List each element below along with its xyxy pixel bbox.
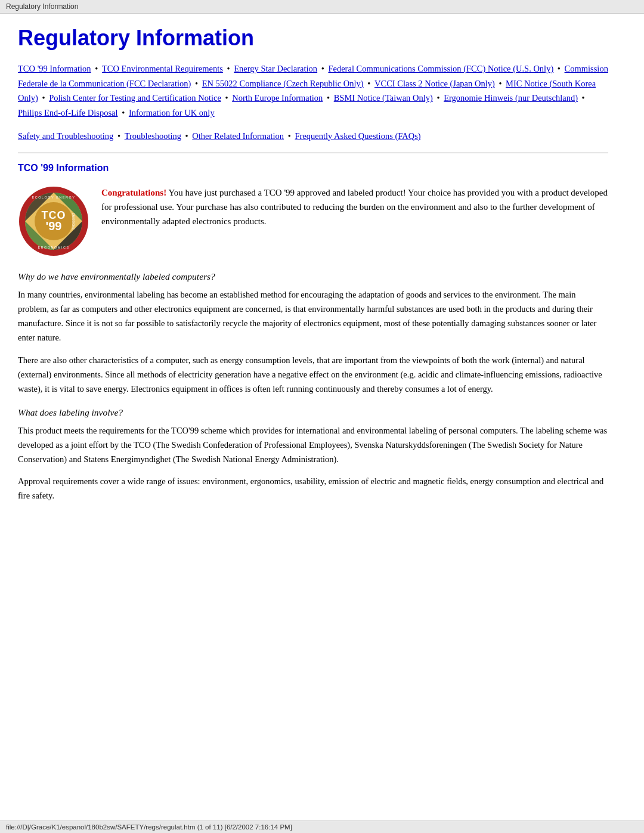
nav-link-vcci[interactable]: VCCI Class 2 Notice (Japan Only) bbox=[374, 79, 495, 88]
svg-text:ERGONOMICS: ERGONOMICS bbox=[38, 246, 69, 249]
nav-links-secondary: Safety and Troubleshooting • Troubleshoo… bbox=[18, 129, 608, 144]
main-content: Regulatory Information TCO '99 Informati… bbox=[0, 14, 626, 535]
congrats-text: You have just purchased a TCO '99 approv… bbox=[101, 188, 608, 226]
svg-text:'99: '99 bbox=[45, 219, 61, 233]
nav-link-faqs[interactable]: Frequently Asked Questions (FAQs) bbox=[295, 131, 420, 141]
browser-tab-bar: Regulatory Information bbox=[0, 0, 644, 14]
tco-intro-text: Congratulations! You have just purchased… bbox=[101, 185, 608, 228]
nav-link-en55022[interactable]: EN 55022 Compliance (Czech Republic Only… bbox=[202, 79, 364, 88]
nav-link-energy-star[interactable]: Energy Star Declaration bbox=[234, 64, 317, 73]
nav-link-troubleshooting[interactable]: Troubleshooting bbox=[125, 131, 181, 141]
congrats-label: Congratulations! bbox=[101, 188, 166, 197]
nav-link-tco-env[interactable]: TCO Environmental Requirements bbox=[102, 64, 223, 73]
nav-link-safety[interactable]: Safety and Troubleshooting bbox=[18, 131, 113, 141]
italic-heading-1: Why do we have environmentally labeled c… bbox=[18, 271, 608, 282]
tco-intro-block: TCO '99 ECOLOGY ENERGY ERGONOMICS EMISSI… bbox=[18, 185, 608, 257]
tco-section-title: TCO '99 Information bbox=[18, 163, 608, 174]
svg-text:ECOLOGY ENERGY: ECOLOGY ENERGY bbox=[32, 196, 76, 199]
nav-link-fcc[interactable]: Federal Communications Commission (FCC) … bbox=[328, 64, 553, 73]
nav-links-primary: TCO '99 Information • TCO Environmental … bbox=[18, 61, 608, 120]
nav-link-tco99[interactable]: TCO '99 Information bbox=[18, 64, 91, 73]
page-title: Regulatory Information bbox=[18, 26, 608, 51]
section-divider bbox=[18, 153, 608, 153]
body-para-2: There are also other characteristics of … bbox=[18, 354, 608, 397]
nav-link-ergonomie[interactable]: Ergonomie Hinweis (nur Deutschland) bbox=[444, 93, 578, 103]
body-para-3: This product meets the requirements for … bbox=[18, 424, 608, 467]
nav-link-polish[interactable]: Polish Center for Testing and Certificat… bbox=[49, 93, 221, 103]
tab-title: Regulatory Information bbox=[6, 2, 78, 11]
tco-logo: TCO '99 ECOLOGY ENERGY ERGONOMICS EMISSI… bbox=[18, 185, 89, 257]
body-para-4: Approval requirements cover a wide range… bbox=[18, 475, 608, 503]
nav-link-other-related[interactable]: Other Related Information bbox=[192, 131, 284, 141]
nav-link-philips[interactable]: Philips End-of-Life Disposal bbox=[18, 108, 118, 117]
italic-heading-2: What does labeling involve? bbox=[18, 407, 608, 418]
svg-text:EMISSIONS: EMISSIONS bbox=[72, 213, 75, 230]
nav-link-bsmi[interactable]: BSMI Notice (Taiwan Only) bbox=[334, 93, 433, 103]
nav-link-north-europe[interactable]: North Europe Information bbox=[232, 93, 323, 103]
nav-link-uk[interactable]: Information for UK only bbox=[129, 108, 215, 117]
body-para-1: In many countries, environmental labelin… bbox=[18, 288, 608, 345]
